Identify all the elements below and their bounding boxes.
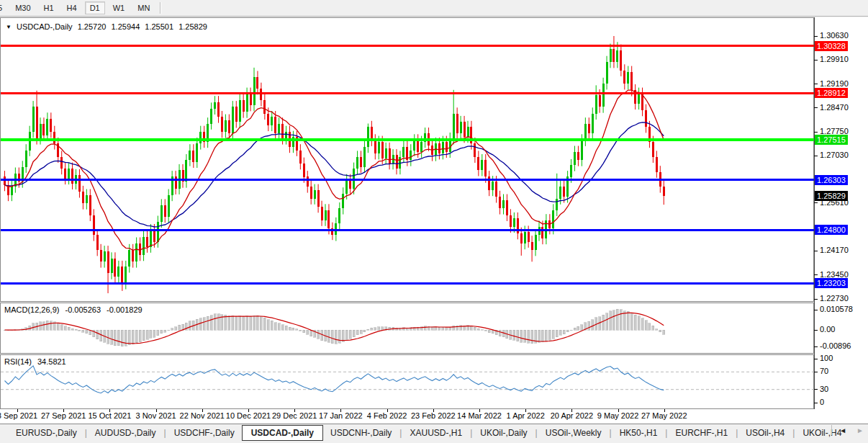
timeframe-button-d1[interactable]: D1: [85, 1, 105, 14]
date-label: 1 Apr 2022: [507, 411, 545, 420]
macd-signal-value: -0.001829: [107, 305, 143, 314]
tab-hk50-h1[interactable]: HK50-,H1: [612, 426, 665, 440]
chart-tab-bar: EURUSD-,Daily|AUDUSD-,Daily|USDCHF-,Dail…: [0, 424, 868, 442]
macd-main-value: -0.005263: [65, 305, 101, 314]
rsi-axis-tick-mark: [814, 389, 818, 390]
price-chart-plot[interactable]: [1, 18, 814, 301]
macd-axis-tick: 0.010578: [820, 305, 853, 313]
timeframe-button-mn[interactable]: MN: [132, 2, 155, 14]
price-axis-badge: 1.24800: [815, 225, 848, 235]
timeframe-button-h4[interactable]: H4: [62, 2, 82, 14]
timeframe-button-w1[interactable]: W1: [108, 2, 130, 14]
rsi-axis-tick: 100: [820, 354, 833, 362]
price-axis-column: [815, 17, 868, 409]
price-axis-tick-mark: [814, 156, 818, 156]
price-axis-badge: 1.30328: [815, 41, 848, 51]
support-line[interactable]: [1, 179, 814, 181]
rsi-axis-tick-mark: [814, 403, 818, 403]
tab-usdcad-daily[interactable]: USDCAD-,Daily: [242, 425, 323, 441]
tab-eurusd-daily[interactable]: EURUSD-,Daily: [9, 426, 84, 440]
timeframe-toolbar: 5M30H1H4D1W1MN: [0, 0, 868, 17]
price-axis-badge: 1.26303: [815, 175, 848, 185]
date-label: 22 Nov 2021: [180, 411, 225, 420]
tab-scroll-right-icon[interactable]: ►: [856, 426, 864, 434]
price-axis-tick: 1.23450: [820, 270, 849, 279]
timeframe-button-m30[interactable]: M30: [10, 2, 35, 14]
date-label: 8 Sep 2021: [0, 411, 37, 420]
macd-axis-tick-mark: [814, 330, 818, 331]
price-axis-badge: 1.25829: [815, 191, 848, 201]
macd-name: MACD(12,26,9): [4, 305, 59, 314]
rsi-axis-tick-mark: [814, 372, 818, 372]
chart-title: ▼ USDCAD-,Daily 1.25720 1.25944 1.25501 …: [6, 22, 210, 31]
rsi-indicator-label: RSI(14) 34.5821: [4, 357, 70, 366]
support-line[interactable]: [1, 282, 814, 285]
chart-high-value: 1.25944: [112, 22, 140, 31]
price-axis-badge: 1.27515: [815, 135, 848, 145]
macd-axis-tick-mark: [814, 346, 818, 347]
price-axis-tick-mark: [814, 60, 818, 61]
date-label: 27 Sep 2021: [41, 411, 86, 420]
macd-histogram: [4, 309, 665, 346]
toolbar-separator: [160, 2, 161, 14]
date-label: 29 Dec 2021: [272, 411, 317, 420]
date-label: 3 Nov 2021: [135, 411, 176, 420]
price-axis-tick-mark: [814, 202, 818, 203]
date-label: 4 Feb 2022: [367, 411, 407, 420]
support-line[interactable]: [1, 229, 814, 231]
timeframe-button-h1[interactable]: H1: [39, 2, 59, 14]
rsi-line: [5, 366, 664, 393]
rsi-plot[interactable]: [1, 355, 814, 408]
price-axis-tick-mark: [814, 299, 818, 300]
date-label: 10 Dec 2021: [226, 411, 271, 420]
price-axis-tick-mark: [814, 132, 818, 133]
price-axis-tick-mark: [814, 36, 818, 37]
resistance-line[interactable]: [1, 45, 814, 47]
date-label: 15 Oct 2021: [88, 411, 131, 420]
date-label: 14 Mar 2022: [457, 411, 502, 420]
tab-usdchf-daily[interactable]: USDCHF-,Daily: [167, 426, 242, 440]
date-label: 23 Feb 2022: [411, 411, 456, 420]
tab-ukoil-daily[interactable]: UKOil-,Daily: [473, 426, 534, 440]
tab-eurchf-h1[interactable]: EURCHF-,H1: [668, 426, 735, 440]
price-axis-tick-mark: [814, 251, 818, 251]
date-label: 17 Jan 2022: [319, 411, 363, 420]
rsi-name: RSI(14): [4, 357, 32, 366]
price-axis-tick-mark: [814, 107, 818, 108]
macd-indicator-label: MACD(12,26,9) -0.005263 -0.001829: [4, 305, 146, 314]
tab-xauusd-h1[interactable]: XAUUSD-,H1: [402, 426, 469, 440]
price-axis-tick: 1.28470: [820, 103, 849, 112]
resistance-line[interactable]: [1, 92, 814, 94]
price-axis-tick: 1.29190: [820, 79, 849, 88]
candlestick-series: [4, 36, 665, 293]
chart-low-value: 1.25501: [145, 22, 173, 31]
chart-open-value: 1.25720: [78, 22, 107, 31]
pivot-line[interactable]: [1, 138, 814, 141]
tab-scroll-separator: [831, 425, 832, 435]
timeframe-button-5[interactable]: 5: [0, 2, 7, 14]
tab-usoil-weekly[interactable]: USOil-,Weekly: [538, 426, 609, 440]
price-axis-tick-mark: [814, 274, 818, 275]
chart-menu-icon[interactable]: ▼: [6, 24, 12, 30]
date-label: 20 Apr 2022: [551, 411, 593, 420]
price-axis-tick: 1.30630: [820, 31, 849, 40]
rsi-axis-tick: 30: [820, 385, 828, 393]
rsi-axis-tick-mark: [814, 359, 818, 359]
price-axis-tick: 1.27030: [820, 151, 849, 159]
chart-symbol-label: USDCAD-,Daily: [17, 22, 73, 31]
macd-axis-tick: 0.00: [820, 325, 835, 334]
price-axis-tick: 1.22730: [820, 294, 849, 303]
tab-audusd-daily[interactable]: AUDUSD-,Daily: [88, 426, 163, 440]
trading-app-window: 5M30H1H4D1W1MN ▼ USDCAD-,Daily 1.25720 1…: [0, 0, 868, 443]
tab-usoil-h4[interactable]: USOil-,H4: [738, 426, 792, 440]
price-axis-tick: 1.24170: [820, 246, 849, 254]
rsi-axis-tick: 70: [820, 367, 828, 375]
date-label: 27 May 2022: [641, 411, 687, 420]
tab-scroll-left-icon[interactable]: ◄: [839, 426, 846, 434]
tab-usdcnh-daily[interactable]: USDCNH-,Daily: [323, 426, 399, 440]
chart-close-value: 1.25829: [178, 22, 207, 31]
macd-axis-tick-mark: [814, 310, 818, 310]
tab-scroll-controls: ◄ ►: [831, 425, 864, 435]
price-axis-badge: 1.23203: [815, 278, 848, 288]
date-label: 9 May 2022: [597, 411, 638, 420]
